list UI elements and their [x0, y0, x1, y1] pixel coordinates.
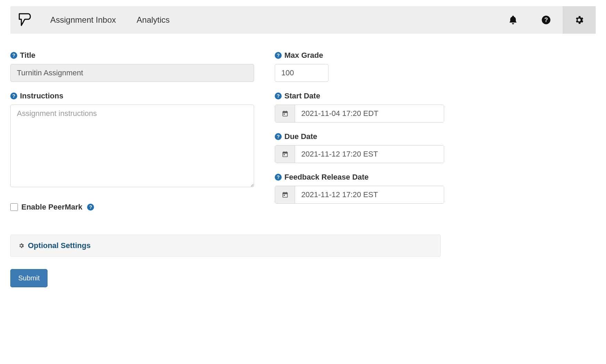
- max-grade-input[interactable]: [275, 64, 328, 82]
- start-date-field: ? Start Date: [275, 92, 444, 122]
- turnitin-logo-icon: [17, 12, 33, 28]
- app-logo: [17, 12, 33, 28]
- instructions-help-icon[interactable]: ?: [10, 93, 17, 99]
- feedback-date-field: ? Feedback Release Date: [275, 173, 444, 204]
- notifications-button[interactable]: [497, 6, 530, 34]
- due-date-input[interactable]: [295, 146, 444, 163]
- help-circle-icon: ?: [541, 15, 551, 25]
- title-label: Title: [20, 51, 35, 60]
- submit-button[interactable]: Submit: [10, 269, 48, 287]
- enable-peermark-row: Enable PeerMark ?: [10, 203, 254, 212]
- peermark-help-icon[interactable]: ?: [87, 204, 94, 211]
- gear-icon: [18, 243, 24, 249]
- optional-settings-label: Optional Settings: [28, 241, 91, 250]
- nav-analytics[interactable]: Analytics: [137, 15, 170, 25]
- optional-settings-toggle[interactable]: Optional Settings: [10, 235, 441, 257]
- enable-peermark-label: Enable PeerMark: [21, 203, 82, 212]
- due-date-label: Due Date: [284, 132, 317, 141]
- feedback-date-label: Feedback Release Date: [284, 173, 369, 182]
- bell-icon: [508, 15, 518, 25]
- enable-peermark-checkbox[interactable]: [10, 203, 18, 211]
- svg-text:?: ?: [544, 17, 548, 23]
- max-grade-help-icon[interactable]: ?: [275, 52, 282, 59]
- nav-assignment-inbox[interactable]: Assignment Inbox: [50, 15, 116, 25]
- due-date-field: ? Due Date: [275, 132, 444, 163]
- due-date-help-icon[interactable]: ?: [275, 133, 282, 140]
- topbar: Assignment Inbox Analytics ?: [10, 6, 596, 34]
- title-help-icon[interactable]: ?: [10, 52, 17, 59]
- settings-button[interactable]: [563, 6, 596, 34]
- title-field: ? Title: [10, 51, 254, 82]
- start-date-label: Start Date: [284, 92, 320, 100]
- title-input[interactable]: [10, 64, 254, 82]
- calendar-icon: [282, 151, 289, 158]
- feedback-date-input[interactable]: [295, 186, 444, 203]
- instructions-label: Instructions: [20, 92, 63, 100]
- instructions-field: ? Instructions: [10, 92, 254, 189]
- calendar-icon: [282, 191, 289, 198]
- max-grade-field: ? Max Grade: [275, 51, 444, 82]
- gear-icon: [574, 15, 584, 25]
- instructions-textarea[interactable]: [10, 105, 254, 187]
- due-date-picker-button[interactable]: [275, 146, 295, 163]
- feedback-date-help-icon[interactable]: ?: [275, 174, 282, 181]
- assignment-form: ? Title ? Instructions Enable PeerMark ?: [10, 34, 458, 213]
- calendar-icon: [282, 110, 289, 117]
- help-button[interactable]: ?: [530, 6, 563, 34]
- max-grade-label: Max Grade: [284, 51, 323, 60]
- start-date-help-icon[interactable]: ?: [275, 93, 282, 99]
- start-date-picker-button[interactable]: [275, 105, 295, 122]
- feedback-date-picker-button[interactable]: [275, 186, 295, 203]
- start-date-input[interactable]: [295, 105, 444, 122]
